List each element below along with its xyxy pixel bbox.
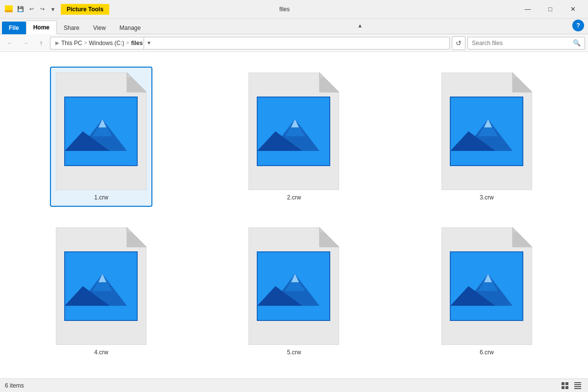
app-icon (4, 4, 14, 14)
close-button[interactable]: ✕ (562, 1, 584, 17)
address-path[interactable]: ▶ This PC > Windows (C:) > files ▼ (50, 37, 450, 49)
svg-rect-64 (562, 386, 564, 389)
svg-rect-66 (574, 382, 581, 383)
path-arrow-1: > (84, 40, 87, 46)
help-button[interactable]: ? (572, 20, 584, 31)
file-icon (248, 227, 339, 345)
file-item[interactable]: 6.crw (436, 221, 538, 362)
file-icon (441, 227, 532, 345)
svg-marker-44 (319, 232, 339, 247)
svg-marker-34 (127, 232, 147, 247)
svg-rect-62 (562, 382, 564, 385)
svg-rect-68 (574, 386, 581, 387)
qat-save[interactable]: 💾 (17, 5, 24, 13)
details-view-button[interactable] (572, 380, 583, 391)
svg-marker-14 (319, 77, 339, 92)
file-item[interactable]: 4.crw (50, 221, 152, 362)
maximize-button[interactable]: □ (539, 1, 562, 17)
file-name: 1.crw (94, 194, 108, 201)
file-item[interactable]: 3.crw (436, 67, 538, 207)
tab-home[interactable]: Home (26, 21, 57, 34)
svg-rect-63 (565, 382, 568, 385)
tab-share[interactable]: Share (57, 22, 86, 34)
path-segments: ▶ This PC > Windows (C:) > files (54, 40, 143, 47)
status-bar: 6 items (0, 378, 588, 392)
title-bar: 💾 ↩ ↪ ▼ Picture Tools files — □ ✕ (0, 0, 588, 19)
file-item[interactable]: 1.crw (50, 67, 152, 207)
tab-view[interactable]: View (86, 22, 113, 34)
path-arrow-root: ▶ (55, 40, 59, 46)
search-icon[interactable]: 🔍 (573, 39, 581, 47)
file-icon (56, 73, 147, 190)
tab-manage[interactable]: Manage (113, 22, 147, 34)
file-name: 5.crw (287, 349, 301, 356)
qat-redo[interactable]: ↪ (38, 5, 46, 13)
ribbon-collapse-chevron[interactable]: ▲ (355, 21, 365, 30)
main-content: 1.crw 2.crw (0, 52, 588, 378)
file-name: 6.crw (480, 349, 494, 356)
forward-button[interactable]: → (19, 36, 32, 50)
tab-file[interactable]: File (2, 22, 26, 34)
path-arrow-2: > (126, 40, 129, 46)
file-name: 4.crw (94, 349, 108, 356)
view-toggle (560, 380, 583, 391)
ribbon-tabs: File Home Share View Manage ▲ ? (0, 19, 588, 34)
file-icon (56, 227, 147, 345)
back-button[interactable]: ← (3, 36, 17, 50)
svg-rect-67 (574, 384, 581, 385)
minimize-button[interactable]: — (516, 1, 539, 17)
file-name: 3.crw (480, 194, 494, 201)
svg-marker-54 (513, 232, 532, 247)
file-item[interactable]: 2.crw (243, 67, 345, 207)
svg-marker-4 (127, 77, 147, 92)
svg-rect-69 (574, 388, 581, 389)
path-files[interactable]: files (131, 40, 143, 47)
files-grid: 1.crw 2.crw (15, 62, 573, 367)
address-dropdown[interactable]: ▼ (144, 37, 153, 49)
svg-rect-1 (5, 5, 13, 10)
file-icon (248, 73, 339, 190)
item-count: 6 items (5, 382, 24, 389)
search-input[interactable] (472, 40, 571, 47)
up-button[interactable]: ↑ (34, 36, 48, 50)
file-item[interactable]: 5.crw (243, 221, 345, 362)
search-box[interactable]: 🔍 (467, 37, 585, 49)
quick-access-toolbar: 💾 ↩ ↪ ▼ (4, 4, 57, 14)
path-windowsc[interactable]: Windows (C:) (89, 40, 124, 47)
svg-marker-24 (513, 77, 532, 92)
svg-rect-65 (565, 386, 568, 389)
qat-undo[interactable]: ↩ (27, 5, 35, 13)
refresh-button[interactable]: ↺ (452, 36, 466, 50)
window-title: files (52, 6, 516, 13)
file-name: 2.crw (287, 194, 301, 201)
window-controls: — □ ✕ (516, 1, 584, 17)
file-icon (441, 73, 532, 190)
address-bar: ← → ↑ ▶ This PC > Windows (C:) > files ▼… (0, 34, 588, 52)
path-thispc[interactable]: This PC (61, 40, 82, 47)
large-icons-view-button[interactable] (560, 380, 570, 391)
